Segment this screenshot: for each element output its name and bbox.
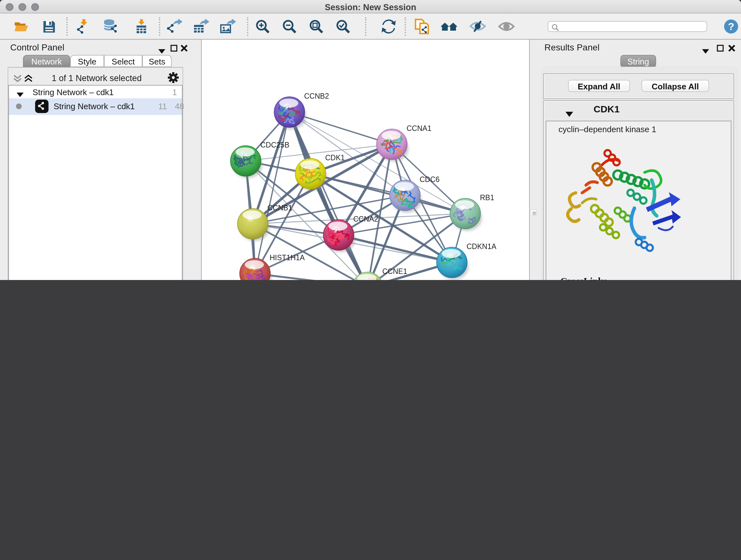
svg-text:CCNA1: CCNA1: [406, 124, 431, 132]
svg-text:CDKN1A: CDKN1A: [466, 242, 496, 251]
svg-text:CCNE1: CCNE1: [382, 267, 407, 275]
svg-text:CDK1: CDK1: [325, 153, 344, 162]
svg-text:CDC6: CDC6: [419, 175, 440, 184]
svg-text:?: ?: [728, 21, 734, 32]
svg-text:CCNB1: CCNB1: [267, 204, 292, 212]
svg-text:HIST1H1A: HIST1H1A: [269, 253, 305, 262]
svg-text:CDC25B: CDC25B: [260, 141, 289, 149]
svg-text:CCNB2: CCNB2: [304, 92, 329, 100]
svg-text:CCNA2: CCNA2: [353, 215, 378, 223]
svg-text:RB1: RB1: [480, 193, 494, 202]
